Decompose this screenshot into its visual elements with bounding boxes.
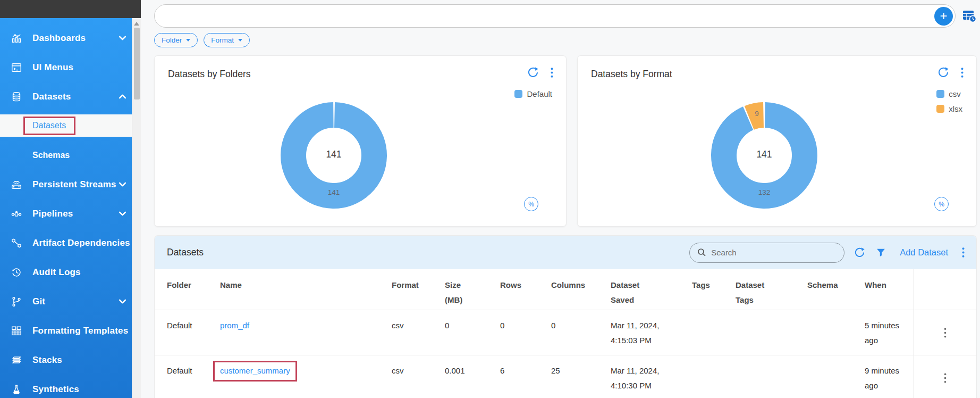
cell-folder: Default [167,363,220,378]
cell-columns: 0 [551,318,611,333]
filter-chips: Folder Format [154,33,977,47]
dataset-link[interactable]: customer_summary [220,366,290,375]
scrollbar-thumb[interactable] [134,28,140,100]
sidebar-item-git[interactable]: Git [0,287,132,316]
sidebar-item-label: Persistent Streams [32,179,116,190]
global-search-bar: + [154,4,956,28]
sidebar-item-label: Stacks [32,355,62,366]
datasets-by-folders-card: Datasets by Folders Default [154,55,567,227]
highlight-red-box: customer_summary [213,361,297,382]
cell-when: 9 minutes ago [865,363,907,393]
add-dataset-button[interactable]: Add Dataset [900,247,948,258]
cell-rows: 0 [500,318,551,333]
sidebar-item-label: UI Menus [32,62,73,73]
filter-icon[interactable] [876,247,886,258]
legend-item-default[interactable]: Default [514,89,552,98]
sidebar-item-label: Pipelines [32,209,73,219]
sidebar-item-stacks[interactable]: Stacks [0,345,132,375]
legend-item-csv[interactable]: csv [936,89,962,98]
sidebar-item-label: Datasets [32,92,71,102]
datasets-icon [10,91,23,103]
sidebar-item-label: Schemas [32,151,70,160]
table-header-row: Folder Name Format Size (MB) Rows Column… [155,269,976,310]
search-icon [697,248,706,257]
legend-item-xlsx[interactable]: xlsx [936,104,962,113]
table-search-input[interactable] [711,248,828,257]
ui-menus-icon [10,62,23,73]
table-clock-icon[interactable] [962,10,977,23]
add-button[interactable]: + [934,7,953,26]
cell-actions [914,355,976,398]
donut-total-label: 141 [278,149,390,160]
refresh-icon[interactable] [854,247,865,258]
datasets-table-panel: Datasets A [154,235,977,398]
topbar: + [154,4,977,28]
row-kebab-menu-icon[interactable] [944,328,947,338]
cell-actions [914,310,976,355]
vertical-scrollbar[interactable] [132,18,141,398]
sidebar-item-schemas[interactable]: Schemas [0,140,132,170]
chevron-down-icon [186,39,190,42]
column-header-actions [914,269,976,310]
refresh-icon[interactable] [937,67,949,78]
table-row[interactable]: Default prom_df csv 0 0 0 Mar 11, 2024, … [155,310,976,355]
sidebar-item-label: Git [32,296,45,307]
stacks-icon [10,354,23,366]
sidebar-item-datasets[interactable]: Datasets [0,82,132,111]
app-root: Dashboards UI Menus [0,0,980,398]
donut-chart-format[interactable]: 141 132 9 [708,100,820,211]
legend-swatch [514,90,522,98]
filter-chip-format[interactable]: Format [204,33,250,47]
chevron-down-icon [119,210,126,218]
sidebar-item-datasets-sub[interactable]: Datasets [0,114,132,137]
sidebar-item-dashboards[interactable]: Dashboards [0,23,132,53]
sidebar-item-audit-logs[interactable]: Audit Logs [0,258,132,287]
filter-chip-label: Folder [162,36,182,44]
cell-size-mb: 0 [445,318,500,333]
filter-chip-folder[interactable]: Folder [154,33,198,47]
datasets-by-format-card: Datasets by Format csv [577,55,977,227]
highlight-red-box: Datasets [23,117,75,135]
panel-title: Datasets [167,247,204,258]
sidebar-item-synthetics[interactable]: Synthetics [0,375,132,398]
sidebar: Dashboards UI Menus [0,18,132,398]
sidebar-item-pipelines[interactable]: Pipelines [0,199,132,228]
column-header-tags: Tags [692,278,736,293]
percent-toggle-button[interactable]: % [524,197,538,211]
cell-folder: Default [167,318,220,333]
kebab-menu-icon[interactable] [962,247,965,258]
column-header-name: Name [220,278,392,293]
dataset-link[interactable]: prom_df [220,321,249,330]
legend-label: csv [949,89,961,98]
global-search-input[interactable] [155,5,955,27]
cell-format: csv [392,363,445,378]
sidebar-item-ui-menus[interactable]: UI Menus [0,53,132,82]
kebab-menu-icon[interactable] [961,68,964,78]
row-kebab-menu-icon[interactable] [944,373,947,383]
legend-swatch [936,90,944,98]
percent-toggle-button[interactable]: % [934,197,949,211]
chart-cards-row: Datasets by Folders Default [154,55,977,227]
kebab-menu-icon[interactable] [551,68,553,78]
scrollbar-up-arrow-icon[interactable] [134,22,139,26]
card-title: Datasets by Folders [168,69,251,80]
cell-when: 5 minutes ago [865,318,907,348]
sidebar-item-artifact-dependencies[interactable]: Artifact Dependencies [0,228,132,258]
sidebar-item-persistent-streams[interactable]: Persistent Streams [0,170,132,199]
dashboards-icon [10,32,23,44]
datasets-panel-header: Datasets A [155,236,976,269]
chart-legend: Default [514,89,552,98]
sidebar-item-label: Formatting Templates [32,326,128,336]
synthetics-icon [10,384,23,395]
table-row[interactable]: Default customer_summary csv 0.001 6 25 … [155,355,976,398]
donut-chart-folders[interactable]: 141 141 [278,100,390,211]
cell-format: csv [392,318,445,333]
cell-columns: 25 [551,363,611,378]
column-header-columns: Columns [551,278,611,293]
filter-chip-label: Format [211,36,234,44]
legend-swatch [936,105,944,113]
refresh-icon[interactable] [527,67,539,78]
sidebar-item-label: Synthetics [32,384,79,395]
window-top-bar [0,0,141,18]
sidebar-item-formatting-templates[interactable]: Formatting Templates [0,316,132,345]
